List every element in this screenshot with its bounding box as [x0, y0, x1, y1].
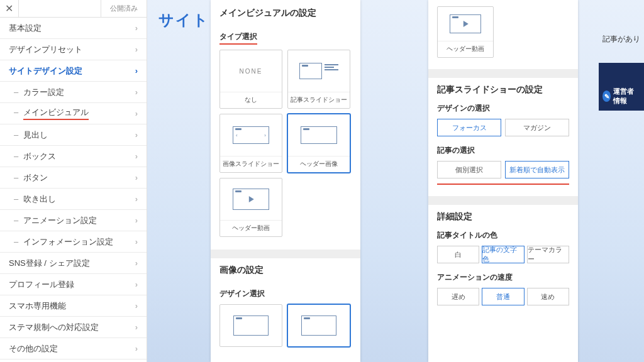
- panel-title: メインビジュアルの設定: [219, 8, 352, 19]
- nav-label: ボックス: [23, 151, 56, 161]
- option-button[interactable]: マガジン: [505, 119, 569, 136]
- nav-label: ボタン: [23, 173, 48, 182]
- chevron-right-icon: ›: [135, 194, 138, 204]
- nav-item-13[interactable]: スマホ専用機能›: [0, 295, 147, 317]
- right-strip: 記事があり ✎ 運営者情報: [602, 0, 644, 362]
- type-select-label: タイプ選択: [219, 31, 257, 45]
- anim-speed-row: 遅め普通速め: [437, 288, 569, 305]
- tile-caption: ヘッダー動画: [220, 220, 282, 236]
- article-choice-label: 記事の選択: [437, 145, 569, 156]
- close-icon[interactable]: ✕: [0, 0, 19, 17]
- option-button[interactable]: 白: [437, 246, 479, 263]
- nav-item-6[interactable]: –ボックス›: [0, 146, 147, 167]
- option-button[interactable]: 普通: [482, 288, 524, 305]
- title-color-label: 記事タイトルの色: [437, 230, 569, 241]
- publish-status[interactable]: 公開済み: [101, 0, 147, 17]
- tile-none[interactable]: NONEなし: [219, 50, 282, 109]
- nav-item-14[interactable]: ステマ規制への対応設定›: [0, 317, 147, 338]
- nav-item-1[interactable]: デザインプリセット›: [0, 39, 147, 60]
- chevron-right-icon: ›: [135, 45, 138, 54]
- tile-caption: ヘッダー動画: [438, 41, 493, 57]
- divider: [428, 196, 578, 205]
- chevron-right-icon: ›: [135, 87, 138, 97]
- nav-item-9[interactable]: –アニメーション設定›: [0, 210, 147, 231]
- nav-label: メインビジュアル: [23, 107, 89, 120]
- option-button[interactable]: テーマカラー: [527, 246, 569, 263]
- tile-caption: 記事スライドショー: [288, 92, 350, 108]
- nav-item-15[interactable]: その他の設定›: [0, 338, 147, 359]
- nav-item-10[interactable]: –インフォメーション設定›: [0, 231, 147, 253]
- chevron-right-icon: ›: [135, 280, 138, 289]
- operator-info-badge[interactable]: ✎ 運営者情報: [602, 87, 639, 106]
- tile-video[interactable]: ヘッダー動画: [219, 178, 282, 237]
- article-choice-row: 個別選択新着順で自動表示: [437, 161, 569, 185]
- option-button[interactable]: 個別選択: [437, 161, 501, 178]
- nav-item-2[interactable]: サイトデザイン設定›: [0, 60, 147, 82]
- option-button[interactable]: 速め: [527, 288, 569, 305]
- nav-label: カラー設定: [23, 87, 64, 97]
- chevron-right-icon: ›: [135, 173, 138, 182]
- chevron-right-icon: ›: [135, 23, 138, 33]
- anim-speed-label: アニメーションの速度: [437, 272, 569, 283]
- nav-label: ステマ規制への対応設定: [9, 322, 99, 332]
- design-choice-label: デザインの選択: [437, 103, 569, 114]
- chevron-right-icon: ›: [135, 151, 138, 161]
- option-button[interactable]: 遅め: [437, 288, 479, 305]
- title-color-row: 白記事の文字色テーマカラー: [437, 246, 569, 263]
- nav-label: スマホ専用機能: [9, 301, 66, 310]
- nav-item-12[interactable]: プロフィール登録›: [0, 274, 147, 295]
- option-button[interactable]: 記事の文字色: [482, 246, 524, 263]
- option-button[interactable]: 新着順で自動表示: [505, 161, 569, 178]
- design-tile[interactable]: [287, 304, 350, 347]
- chevron-right-icon: ›: [135, 109, 138, 118]
- type-tile-grid: NONEなし記事スライドショー‹›画像スライドショーヘッダー画像ヘッダー動画: [219, 50, 352, 237]
- nav-item-3[interactable]: –カラー設定›: [0, 82, 147, 103]
- tile-header[interactable]: ヘッダー画像: [287, 114, 350, 173]
- chevron-right-icon: ›: [135, 130, 138, 140]
- design-select-label: デザイン選択: [219, 288, 265, 299]
- tile-slider[interactable]: ‹›画像スライドショー: [219, 114, 282, 173]
- tile-header-video[interactable]: ヘッダー動画: [437, 6, 494, 58]
- nav-label: デザインプリセット: [9, 45, 82, 54]
- nav-item-7[interactable]: –ボタン›: [0, 167, 147, 189]
- chevron-right-icon: ›: [135, 216, 138, 225]
- tile-caption: 画像スライドショー: [220, 156, 282, 172]
- nav-item-5[interactable]: –見出し›: [0, 124, 147, 146]
- settings-nav: 基本設定›デザインプリセット›サイトデザイン設定›–カラー設定›–メインビジュア…: [0, 18, 147, 359]
- tile-caption: なし: [220, 92, 282, 108]
- nav-label: 見出し: [23, 130, 48, 140]
- tile-article[interactable]: 記事スライドショー: [287, 50, 350, 109]
- nav-label: 吹き出し: [23, 194, 56, 204]
- nav-item-8[interactable]: –吹き出し›: [0, 189, 147, 210]
- chevron-right-icon: ›: [135, 258, 138, 268]
- slideshow-title: 記事スライドショーの設定: [437, 84, 569, 96]
- badge-label: 運営者情報: [613, 87, 639, 106]
- nav-label: アニメーション設定: [23, 216, 97, 225]
- nav-label: サイトデザイン設定: [9, 66, 82, 75]
- pencil-icon: ✎: [602, 90, 611, 102]
- design-tile[interactable]: [219, 304, 282, 347]
- nav-label: 基本設定: [9, 23, 42, 33]
- image-section-title: 画像の設定: [219, 265, 352, 276]
- chevron-right-icon: ›: [135, 237, 138, 246]
- chevron-right-icon: ›: [135, 344, 138, 353]
- divider: [428, 69, 578, 78]
- design-tile-grid: [219, 304, 352, 347]
- nav-label: プロフィール登録: [9, 280, 74, 289]
- chevron-right-icon: ›: [135, 301, 138, 310]
- nav-item-0[interactable]: 基本設定›: [0, 18, 147, 39]
- chevron-right-icon: ›: [135, 66, 138, 75]
- tile-caption: ヘッダー画像: [288, 156, 350, 172]
- nav-label: SNS登録 / シェア設定: [9, 258, 90, 268]
- detail-title: 詳細設定: [437, 211, 569, 222]
- nav-item-11[interactable]: SNS登録 / シェア設定›: [0, 253, 147, 274]
- nav-item-4[interactable]: –メインビジュアル›: [0, 103, 147, 124]
- article-snippet: 記事があり: [602, 34, 644, 45]
- design-choice-row: フォーカスマガジン: [437, 119, 569, 136]
- main-visual-panel: メインビジュアルの設定 タイプ選択 NONEなし記事スライドショー‹›画像スライ…: [211, 0, 360, 362]
- slideshow-panel: ヘッダー動画 記事スライドショーの設定 デザインの選択 フォーカスマガジン 記事…: [428, 0, 578, 362]
- chevron-right-icon: ›: [135, 322, 138, 332]
- nav-label: インフォメーション設定: [23, 237, 113, 246]
- option-button[interactable]: フォーカス: [437, 119, 501, 136]
- divider: [211, 250, 360, 258]
